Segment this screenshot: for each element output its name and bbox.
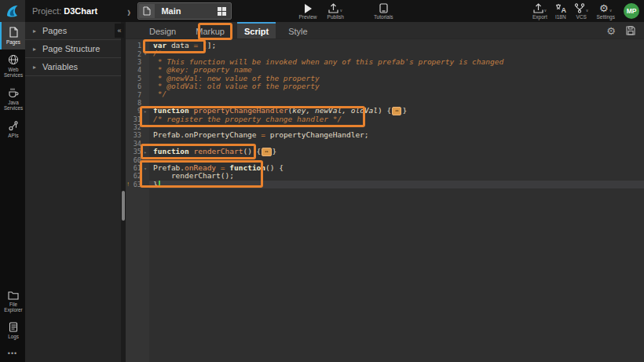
line-number: 2 [126, 50, 141, 58]
api-connector-icon [8, 120, 19, 131]
chevron-down-icon: ∨ [609, 8, 613, 13]
publish-button[interactable]: ∨ Publish [327, 3, 344, 20]
code-token: var [153, 41, 166, 49]
line-number: 61 [126, 164, 141, 172]
code-line-31[interactable]: /* register the property change handler … [149, 115, 644, 123]
vcs-button[interactable]: ∨ VCS [574, 3, 589, 20]
panel-section-label: Pages [42, 26, 67, 35]
line-number: 5 [126, 75, 141, 82]
grid-view-icon[interactable] [218, 7, 231, 16]
project-breadcrumb: Project:D3Chart [32, 6, 97, 16]
folded-code-marker[interactable]: ↔ [262, 148, 271, 156]
save-icon[interactable] [626, 26, 635, 35]
line-number: 9 [126, 107, 141, 115]
code-token: Prefab. [153, 163, 185, 172]
code-line-62[interactable]: renderChart(); [149, 172, 644, 180]
code-token: /* [153, 49, 162, 57]
wavemaker-logo-icon [5, 4, 20, 18]
line-number: 31 [126, 115, 141, 123]
line-number: 6 [126, 82, 141, 90]
sidebar-item-logs[interactable]: Logs [0, 317, 25, 344]
expand-caret-icon: ▸ [33, 64, 36, 71]
tab-script[interactable]: Script [237, 22, 276, 38]
panel-scrollbar-thumb[interactable] [122, 191, 125, 221]
sidebar-item-pages[interactable]: Pages [0, 22, 25, 49]
code-line-35[interactable]: function renderChart() {↔} [149, 148, 644, 155]
panel-section-variables[interactable]: ▸ Variables [25, 58, 126, 76]
line-number: 1 [126, 42, 141, 49]
gutter-line-9: 9▸ [126, 107, 149, 115]
code-token: () { [243, 147, 261, 155]
gutter-line-62: 62 [126, 172, 149, 180]
publish-label: Publish [327, 14, 344, 20]
gutter-line-35: 35▸ [126, 148, 149, 155]
code-editor[interactable]: 12▾3456789▸3132333435▸6061▾62!63 var dat… [126, 39, 644, 362]
rail-spacer [0, 142, 25, 286]
gutter-line-5: 5 [126, 75, 149, 82]
user-avatar[interactable]: MP [624, 3, 639, 19]
line-number: 60 [126, 156, 141, 164]
page-icon [139, 4, 155, 18]
tab-design[interactable]: Design [142, 22, 183, 38]
gutter-line-6: 6 [126, 82, 149, 90]
script-settings-gear-icon[interactable]: ⚙ [606, 26, 616, 36]
text-cursor [159, 181, 160, 188]
export-icon [533, 3, 543, 13]
code-line-63[interactable]: } [149, 181, 644, 188]
gutter-line-1: 1 [126, 42, 149, 49]
code-token: propertyChangeHandler [194, 106, 288, 115]
branch-icon [574, 3, 585, 13]
fold-toggle-icon[interactable]: ▸ [141, 149, 149, 155]
gutter-line-63: !63 [126, 181, 149, 188]
fold-toggle-icon[interactable]: ▾ [141, 51, 149, 57]
code-line-7[interactable]: */ [149, 90, 644, 98]
preview-button[interactable]: Preview [298, 3, 317, 20]
line-number: 34 [126, 140, 141, 148]
i18n-button[interactable]: A I18N [555, 3, 566, 20]
code-line-1[interactable]: var data = []; [149, 42, 644, 49]
sidebar-item-file-explorer[interactable]: File Explorer [0, 286, 25, 317]
code-token: function [153, 106, 189, 115]
rail-more-button[interactable]: ••• [0, 343, 25, 362]
panel-section-page-structure[interactable]: ▸ Page Structure [25, 40, 126, 58]
panel-section-pages[interactable]: ▸ Pages [25, 22, 126, 40]
page-tab-label: Main [156, 6, 218, 16]
panel-collapse-button[interactable]: « [115, 24, 124, 38]
breadcrumb-chevron-icon[interactable]: › [127, 3, 130, 20]
code-token: renderChart [194, 147, 243, 155]
code-token: } [153, 180, 158, 188]
line-number: 3 [126, 58, 141, 66]
chevron-down-icon: ∨ [586, 8, 589, 13]
tab-style[interactable]: Style [281, 22, 314, 38]
settings-button[interactable]: ⚙ ∨ Settings [597, 3, 616, 20]
code-line-33[interactable]: Prefab.onPropertyChange = propertyChange… [149, 131, 644, 139]
gutter-line-7: 7 [126, 90, 149, 98]
export-label: Export [532, 14, 547, 20]
export-button[interactable]: ∨ Export [532, 3, 547, 20]
fold-toggle-icon[interactable]: ▸ [141, 108, 149, 114]
sidebar-item-java-services[interactable]: Java Services [0, 82, 25, 115]
page-tab-main[interactable]: Main [137, 2, 232, 20]
settings-label: Settings [597, 14, 616, 20]
sidebar-item-label: File Explorer [2, 302, 25, 313]
code-token: /* register the property change handler … [153, 115, 342, 123]
vcs-label: VCS [576, 14, 586, 20]
tab-markup[interactable]: Markup [188, 22, 232, 38]
gutter-line-31: 31 [126, 115, 149, 123]
sidebar-item-label: Pages [2, 39, 25, 46]
code-token: * @oldVal: old value of the property [153, 82, 320, 90]
tutorials-button[interactable]: Tutorials [374, 3, 393, 20]
code-token: * @newVal: new value of the property [153, 74, 320, 82]
wavemaker-logo[interactable] [0, 0, 25, 22]
code-token: } [273, 147, 277, 155]
sidebar-item-apis[interactable]: APIs [0, 115, 25, 143]
gutter-line-8: 8 [126, 99, 149, 107]
expand-caret-icon: ▸ [33, 46, 36, 53]
line-number: 8 [126, 99, 141, 107]
folded-code-marker[interactable]: ↔ [392, 107, 401, 115]
sidebar-item-web-services[interactable]: Web Services [0, 49, 25, 82]
code-line-6[interactable]: * @oldVal: old value of the property [149, 82, 644, 90]
code-token: ) { [378, 106, 391, 115]
fold-toggle-icon[interactable]: ▾ [141, 166, 149, 171]
code-token: onReady [185, 163, 216, 172]
